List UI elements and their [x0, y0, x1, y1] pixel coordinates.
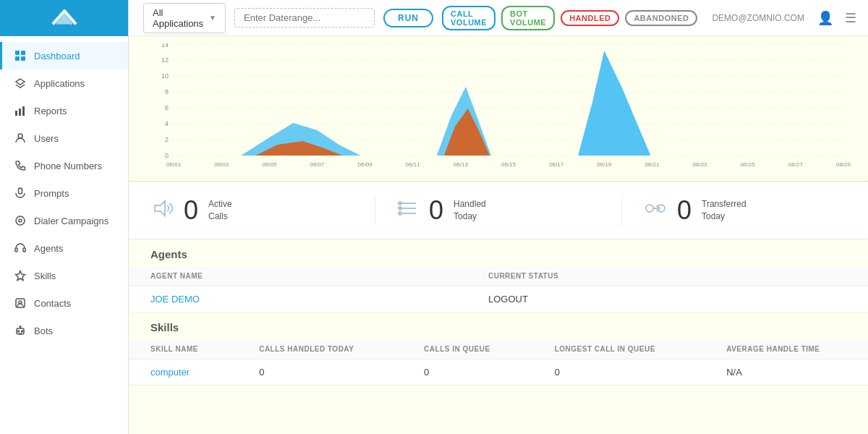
skill-name-cell[interactable]: computer [129, 359, 237, 386]
sidebar-item-prompts[interactable]: Prompts [0, 179, 128, 207]
svg-text:06/09: 06/09 [358, 161, 373, 168]
svg-point-8 [18, 134, 22, 138]
skills-col-name: SKILL NAME [129, 339, 237, 359]
legend-abandoned: ABANDONED [625, 10, 697, 26]
svg-text:06/15: 06/15 [501, 161, 516, 168]
legend-call-volume: CALL VOLUME [442, 6, 495, 30]
sidebar-item-label: Dashboard [34, 51, 80, 61]
sidebar-item-label: Skills [34, 271, 56, 281]
active-calls-number: 0 [184, 195, 198, 226]
topbar: All Applications ▼ RUN CALL VOLUME BOT V… [129, 0, 868, 36]
legend-tags: CALL VOLUME BOT VOLUME HANDLED ABANDONED [442, 6, 697, 30]
agent-status-cell: LOGOUT [467, 286, 868, 312]
main-content: All Applications ▼ RUN CALL VOLUME BOT V… [129, 0, 868, 434]
sidebar-item-label: Users [34, 133, 59, 144]
sidebar-item-label: Phone Numbers [34, 161, 102, 171]
svg-text:8: 8 [165, 88, 169, 95]
sidebar-item-label: Agents [34, 243, 63, 254]
skills-table: SKILL NAME CALLS HANDLED TODAY CALLS IN … [129, 339, 868, 386]
stat-transferred-today: 0 TransferredToday [622, 195, 868, 226]
menu-icon[interactable]: ☰ [845, 10, 856, 26]
svg-point-12 [19, 219, 22, 222]
transferred-today-number: 0 [677, 195, 692, 226]
transferred-today-label: TransferredToday [702, 198, 746, 223]
svg-text:06/19: 06/19 [597, 161, 612, 168]
app-selector-label: All Applications [153, 7, 203, 29]
user-icon [14, 132, 27, 145]
star-icon [14, 269, 27, 282]
svg-point-64 [399, 202, 401, 205]
svg-rect-3 [21, 56, 25, 61]
svg-text:12: 12 [161, 56, 169, 64]
logo [0, 0, 128, 36]
skill-avg-handle-cell: N/A [705, 359, 868, 386]
agent-name-cell[interactable]: JOE DEMO [129, 286, 467, 312]
sidebar-item-phone-numbers[interactable]: Phone Numbers [0, 152, 128, 179]
skill-longest-call-cell: 0 [533, 359, 705, 386]
sidebar-item-applications[interactable]: Applications [0, 69, 128, 97]
chart-container: 0 2 4 6 8 10 12 14 06/01 06/03 06/05 06/… [143, 43, 854, 177]
svg-text:06/03: 06/03 [214, 161, 229, 168]
svg-rect-0 [15, 51, 20, 55]
svg-text:06/01: 06/01 [166, 161, 182, 168]
svg-marker-15 [16, 271, 25, 281]
sidebar-item-label: Reports [34, 106, 67, 116]
sidebar-item-bots[interactable]: Bots [0, 317, 128, 344]
skills-col-avg: AVERAGE HANDLE TIME [705, 339, 868, 359]
svg-marker-4 [16, 79, 25, 85]
svg-text:06/27: 06/27 [788, 161, 804, 168]
app-selector[interactable]: All Applications ▼ [143, 3, 226, 33]
sidebar-item-dialer-campaigns[interactable]: Dialer Campaigns [0, 207, 128, 234]
table-row: JOE DEMO LOGOUT [129, 286, 868, 312]
skills-section: Skills SKILL NAME CALLS HANDLED TODAY CA… [129, 312, 868, 386]
svg-rect-9 [19, 188, 22, 194]
svg-rect-1 [21, 51, 25, 55]
agents-title: Agents [129, 239, 868, 266]
sidebar-item-skills[interactable]: Skills [0, 262, 128, 289]
date-range-input[interactable] [234, 8, 375, 27]
svg-rect-7 [22, 106, 25, 116]
phone-icon [14, 159, 27, 172]
sidebar-item-label: Applications [34, 78, 85, 89]
svg-rect-5 [15, 111, 17, 116]
sidebar-item-label: Prompts [34, 188, 69, 199]
user-avatar-icon[interactable]: 👤 [817, 10, 833, 26]
sidebar-item-reports[interactable]: Reports [0, 97, 128, 124]
sidebar-item-dashboard[interactable]: Dashboard [0, 42, 128, 69]
bottom-section: Agents AGENT NAME CURRENT STATUS JOE DEM… [129, 239, 868, 434]
svg-rect-14 [23, 248, 25, 252]
bar-chart-icon [14, 104, 27, 117]
stats-bar: 0 ActiveCalls 0 HandledToday 0 Transferr… [129, 182, 868, 239]
handled-today-label: HandledToday [454, 198, 486, 223]
svg-text:10: 10 [161, 72, 169, 80]
legend-handled: HANDLED [561, 10, 619, 26]
contact-icon [14, 297, 27, 310]
svg-point-67 [646, 205, 653, 212]
stat-active-calls: 0 ActiveCalls [129, 195, 375, 226]
stat-handled-today: 0 HandledToday [375, 195, 622, 226]
skill-calls-queue-cell: 0 [402, 359, 533, 386]
agents-table: AGENT NAME CURRENT STATUS JOE DEMO LOGOU… [129, 266, 868, 312]
svg-point-20 [22, 331, 23, 332]
svg-point-19 [18, 331, 20, 332]
svg-text:4: 4 [165, 120, 169, 127]
sidebar-item-users[interactable]: Users [0, 124, 128, 152]
svg-text:2: 2 [165, 136, 169, 143]
svg-text:06/21: 06/21 [644, 161, 660, 168]
agents-col-status: CURRENT STATUS [467, 266, 868, 286]
sidebar-item-contacts[interactable]: Contacts [0, 289, 128, 317]
svg-text:06/13: 06/13 [454, 161, 469, 168]
chart-section: 0 2 4 6 8 10 12 14 06/01 06/03 06/05 06/… [129, 36, 868, 182]
sidebar-item-agents[interactable]: Agents [0, 234, 128, 262]
handled-today-number: 0 [429, 195, 443, 226]
svg-rect-6 [19, 109, 21, 116]
table-row: computer 0 0 0 N/A [129, 359, 868, 386]
mic-icon [14, 187, 27, 200]
svg-text:06/29: 06/29 [836, 161, 851, 168]
svg-text:06/07: 06/07 [310, 161, 325, 168]
run-button[interactable]: RUN [383, 9, 433, 27]
sidebar-item-label: Contacts [34, 298, 71, 309]
svg-point-11 [16, 216, 25, 225]
svg-text:06/05: 06/05 [262, 161, 277, 168]
svg-text:6: 6 [165, 104, 169, 111]
